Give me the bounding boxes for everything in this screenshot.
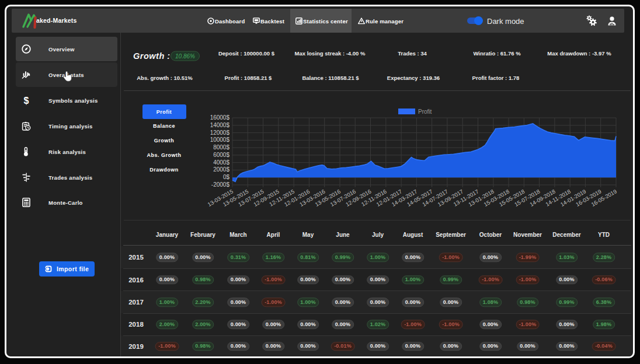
svg-text:8000$: 8000$ bbox=[213, 144, 229, 150]
svg-text:10000$: 10000$ bbox=[210, 136, 230, 143]
svg-text:16000$: 16000$ bbox=[210, 114, 230, 121]
svg-text:4000$: 4000$ bbox=[213, 159, 229, 166]
svg-text:6000$: 6000$ bbox=[213, 152, 229, 158]
svg-text:2000$: 2000$ bbox=[213, 166, 229, 173]
svg-text:-2000$: -2000$ bbox=[211, 181, 230, 188]
svg-text:14000$: 14000$ bbox=[210, 122, 230, 128]
svg-text:0$: 0$ bbox=[223, 174, 230, 180]
svg-text:12000$: 12000$ bbox=[210, 130, 230, 136]
